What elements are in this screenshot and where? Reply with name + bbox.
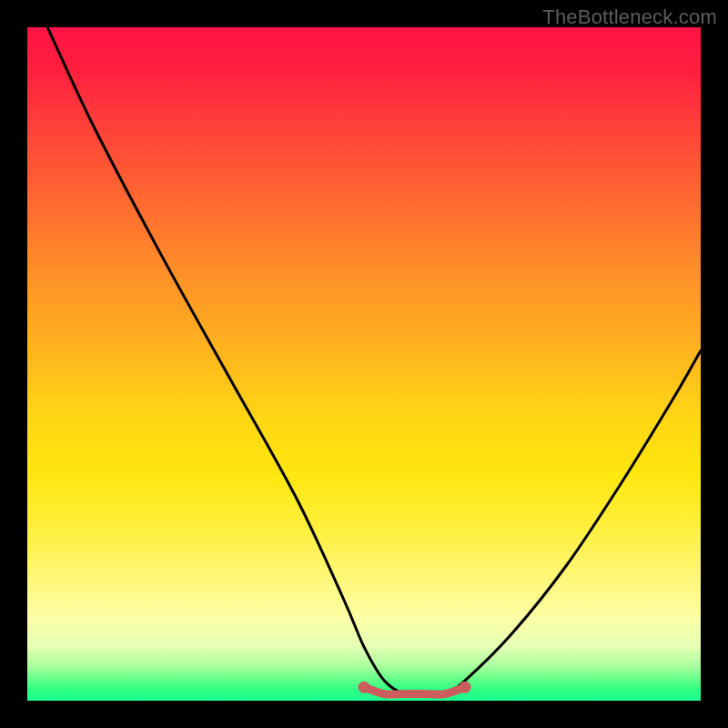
- flat-red-endpoint-0: [359, 682, 370, 693]
- flat-red-endpoint-1: [460, 682, 471, 693]
- black-curve: [47, 27, 701, 695]
- curve-layer: [27, 27, 701, 701]
- flat-red-segment-path: [364, 687, 465, 694]
- watermark-text: TheBottleneck.com: [542, 5, 717, 29]
- flat-red-segment: [359, 682, 471, 694]
- plot-area: [27, 27, 701, 701]
- black-curve-path: [47, 27, 701, 695]
- chart-frame: TheBottleneck.com: [0, 0, 728, 728]
